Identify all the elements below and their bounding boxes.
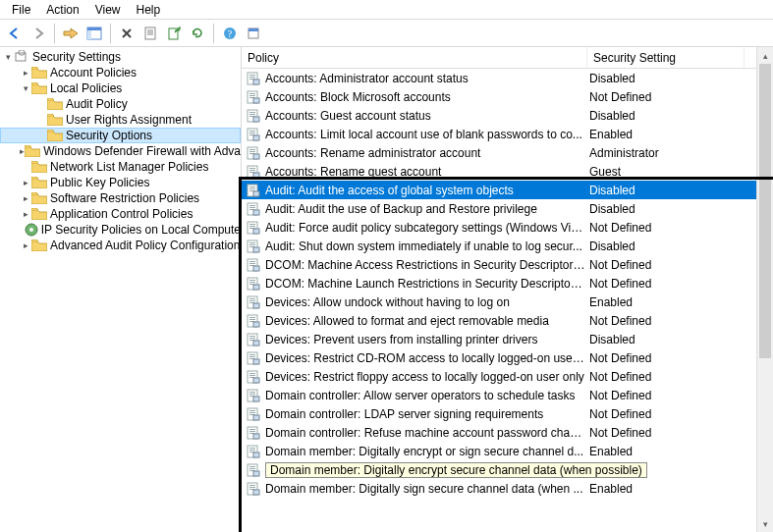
list-row[interactable]: Devices: Restrict CD-ROM access to local… xyxy=(242,348,773,367)
list-pane: Policy Security Setting Accounts: Admini… xyxy=(242,47,773,532)
svg-rect-27 xyxy=(249,112,255,113)
svg-rect-93 xyxy=(249,356,255,357)
show-hide-tree-button[interactable] xyxy=(83,23,105,44)
menu-file[interactable]: File xyxy=(4,2,38,18)
list-row[interactable]: Domain member: Digitally encrypt secure … xyxy=(242,460,773,479)
list-row[interactable]: DCOM: Machine Access Restrictions in Sec… xyxy=(242,255,773,274)
tree-item[interactable]: ▸Advanced Audit Policy Configuration xyxy=(0,238,241,253)
column-policy[interactable]: Policy xyxy=(242,47,587,68)
svg-rect-115 xyxy=(253,434,259,439)
expand-icon[interactable]: ▸ xyxy=(20,68,31,78)
policy-name: Accounts: Rename administrator account xyxy=(265,146,589,160)
svg-rect-50 xyxy=(253,191,259,196)
list-row[interactable]: Accounts: Guest account statusDisabled xyxy=(242,106,773,125)
menu-help[interactable]: Help xyxy=(129,2,169,18)
policy-name: DCOM: Machine Access Restrictions in Sec… xyxy=(265,258,589,272)
list-row[interactable]: Accounts: Administrator account statusDi… xyxy=(242,69,773,87)
list-row[interactable]: Accounts: Rename guest accountGuest xyxy=(242,162,773,181)
column-setting[interactable]: Security Setting xyxy=(587,47,745,68)
list-body[interactable]: Accounts: Administrator account statusDi… xyxy=(242,69,773,530)
folder-icon xyxy=(47,97,63,111)
menu-action[interactable]: Action xyxy=(38,2,86,18)
svg-rect-65 xyxy=(253,247,259,252)
export-button[interactable] xyxy=(163,23,185,44)
svg-rect-100 xyxy=(253,378,259,383)
svg-rect-127 xyxy=(249,485,255,486)
svg-rect-80 xyxy=(253,303,259,308)
tree-item[interactable]: ·Audit Policy xyxy=(0,96,241,112)
tree-item[interactable]: ·User Rights Assignment xyxy=(0,112,241,128)
scroll-thumb[interactable] xyxy=(759,64,771,358)
tree-item[interactable]: ▸Application Control Policies xyxy=(0,206,241,222)
policy-setting: Not Defined xyxy=(589,221,651,235)
list-row[interactable]: Domain member: Digitally encrypt or sign… xyxy=(242,442,773,460)
tree-item[interactable]: ·Network List Manager Policies xyxy=(0,159,241,175)
svg-rect-23 xyxy=(249,95,255,96)
list-row[interactable]: Accounts: Limit local account use of bla… xyxy=(242,125,773,143)
tree-item[interactable]: ▸Public Key Policies xyxy=(0,175,241,190)
list-row[interactable]: Audit: Audit the use of Backup and Resto… xyxy=(242,199,773,218)
list-row[interactable]: Audit: Shut down system immediately if u… xyxy=(242,237,773,255)
scroll-up-icon[interactable]: ▴ xyxy=(757,47,773,64)
expand-icon[interactable]: ▾ xyxy=(2,52,14,62)
refresh-button[interactable] xyxy=(187,23,208,44)
policy-setting: Not Defined xyxy=(589,389,651,402)
list-row[interactable]: Devices: Restrict floppy access to local… xyxy=(242,367,773,386)
tree-item[interactable]: ▾Local Policies xyxy=(0,80,241,96)
expand-icon[interactable]: ▾ xyxy=(20,83,31,93)
expand-icon[interactable]: · xyxy=(20,162,31,172)
tree-root[interactable]: ▾ Security Settings xyxy=(0,49,241,65)
list-row[interactable]: Devices: Allowed to format and eject rem… xyxy=(242,311,773,330)
svg-rect-25 xyxy=(253,98,259,103)
list-row[interactable]: DCOM: Machine Launch Restrictions in Sec… xyxy=(242,274,773,293)
tree-item[interactable]: ▸Windows Defender Firewall with Adva xyxy=(0,143,241,159)
tree-pane[interactable]: ▾ Security Settings ▸Account Policies▾Lo… xyxy=(0,47,242,532)
svg-rect-123 xyxy=(249,468,255,469)
back-button[interactable] xyxy=(4,23,26,44)
list-row[interactable]: Audit: Audit the access of global system… xyxy=(242,181,773,199)
expand-icon[interactable]: ▸ xyxy=(20,178,31,187)
manage-button[interactable] xyxy=(243,23,264,44)
policy-name: Accounts: Rename guest account xyxy=(265,165,589,179)
policy-name: Domain member: Digitally encrypt secure … xyxy=(265,462,647,478)
policy-icon xyxy=(246,294,261,310)
list-row[interactable]: Devices: Allow undock without having to … xyxy=(242,293,773,311)
list-row[interactable]: Domain member: Digitally sign secure cha… xyxy=(242,479,773,498)
expand-icon[interactable]: ▸ xyxy=(20,240,31,250)
list-row[interactable]: Accounts: Block Microsoft accountsNot De… xyxy=(242,87,773,106)
forward-button[interactable] xyxy=(28,23,49,44)
tree-item[interactable]: ▸Account Policies xyxy=(0,65,241,80)
policy-name: Audit: Audit the access of global system… xyxy=(265,184,589,197)
expand-icon[interactable]: · xyxy=(35,131,47,140)
policy-setting: Not Defined xyxy=(589,426,651,440)
menu-view[interactable]: View xyxy=(87,2,129,18)
properties-button[interactable] xyxy=(139,23,161,44)
list-row[interactable]: Domain controller: Allow server operator… xyxy=(242,386,773,404)
svg-rect-128 xyxy=(249,487,255,488)
help-button[interactable]: ? xyxy=(219,23,241,44)
tree-item-label: IP Security Policies on Local Compute xyxy=(41,223,241,237)
tree-item[interactable]: ·Security Options xyxy=(0,128,241,143)
list-row[interactable]: Accounts: Rename administrator accountAd… xyxy=(242,143,773,162)
up-button[interactable] xyxy=(60,23,82,44)
list-row[interactable]: Domain controller: LDAP server signing r… xyxy=(242,404,773,423)
folder-icon xyxy=(47,129,63,142)
tree-item[interactable]: ·IP Security Policies on Local Compute xyxy=(0,222,241,238)
svg-rect-40 xyxy=(253,154,259,159)
list-row[interactable]: Domain controller: Refuse machine accoun… xyxy=(242,423,773,442)
scroll-down-icon[interactable]: ▾ xyxy=(757,515,773,532)
list-row[interactable]: Audit: Force audit policy subcategory se… xyxy=(242,218,773,237)
vertical-scrollbar[interactable]: ▴ ▾ xyxy=(756,47,773,532)
tree-item[interactable]: ▸Software Restriction Policies xyxy=(0,190,241,206)
list-row[interactable]: Devices: Prevent users from installing p… xyxy=(242,330,773,348)
expand-icon[interactable]: · xyxy=(35,115,47,125)
expand-icon[interactable]: ▸ xyxy=(20,193,31,203)
expand-icon[interactable]: ▸ xyxy=(20,209,31,219)
expand-icon[interactable]: · xyxy=(35,99,47,109)
policy-name: Domain member: Digitally sign secure cha… xyxy=(265,482,589,496)
policy-setting: Not Defined xyxy=(589,370,651,384)
policy-name: Devices: Restrict CD-ROM access to local… xyxy=(265,351,589,365)
delete-button[interactable] xyxy=(116,23,138,44)
policy-setting: Not Defined xyxy=(589,407,651,421)
svg-rect-38 xyxy=(249,151,255,152)
